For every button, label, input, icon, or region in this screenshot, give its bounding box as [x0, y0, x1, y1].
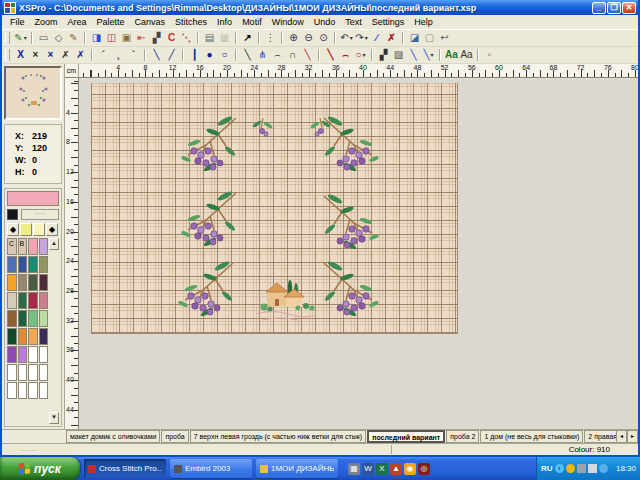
dropdown-arrow-icon[interactable]: ▾: [350, 33, 353, 43]
paste-button[interactable]: ▣: [119, 31, 134, 45]
palette-swatch[interactable]: [18, 382, 28, 399]
palette-swatch[interactable]: [28, 310, 38, 327]
pattern-tab[interactable]: проба 2: [446, 430, 479, 443]
restore-button[interactable]: ❐: [607, 2, 621, 14]
palette-swatch[interactable]: [28, 256, 38, 273]
tray-icon-2[interactable]: [577, 464, 586, 473]
palette-swatch[interactable]: [7, 382, 17, 399]
taskbar-app-icon-2[interactable]: W: [362, 463, 374, 475]
pointer-button[interactable]: ↗: [240, 31, 255, 45]
palette-swatch[interactable]: [7, 364, 17, 381]
save-copy-button[interactable]: ◪: [407, 31, 422, 45]
palette-swatch[interactable]: [39, 382, 49, 399]
minimize-button[interactable]: _: [592, 2, 606, 14]
palette-swatch[interactable]: [39, 256, 49, 273]
curve-stitch-button[interactable]: ⌢: [270, 48, 285, 62]
taskbar-app-icon-5[interactable]: ◉: [404, 463, 416, 475]
palette-swatch[interactable]: [18, 346, 28, 363]
pattern-preview[interactable]: [4, 66, 62, 120]
half-forward-slash-button[interactable]: ╱: [164, 48, 179, 62]
pattern-tab[interactable]: макет домик с оливочками: [66, 430, 160, 443]
taskbar-app-icon-6[interactable]: ◎: [418, 463, 430, 475]
palette-swatch[interactable]: C: [7, 238, 17, 255]
menu-stitches[interactable]: Stitches: [170, 17, 212, 27]
palette-swatch[interactable]: [28, 274, 38, 291]
redo-button[interactable]: ↷▾: [354, 31, 369, 45]
taskbar-task[interactable]: Embird 2003: [170, 459, 252, 478]
palette-swatch[interactable]: [7, 328, 17, 345]
menu-canvas[interactable]: Canvas: [130, 17, 171, 27]
scroll-down-icon[interactable]: ▼: [49, 412, 59, 424]
menu-info[interactable]: Info: [212, 17, 237, 27]
three-quarter-stitch-button[interactable]: ✗: [58, 48, 73, 62]
backstitch-branch-button[interactable]: ⋔: [255, 48, 270, 62]
palette-swatch[interactable]: [18, 274, 28, 291]
language-indicator[interactable]: RU: [541, 464, 553, 473]
palette-swatch[interactable]: [39, 238, 49, 255]
palette-swatch[interactable]: [28, 328, 38, 345]
mirror-button[interactable]: ▞: [149, 31, 164, 45]
palette-swatch[interactable]: [18, 256, 28, 273]
palette-swatch[interactable]: [39, 292, 49, 309]
toolbar-grip[interactable]: [5, 32, 10, 44]
three-quarter-stitch-2-button[interactable]: ✗: [73, 48, 88, 62]
dropdown-arrow-icon[interactable]: ▾: [24, 33, 27, 43]
freehand-select-button[interactable]: ✎: [66, 31, 81, 45]
scale-button[interactable]: ⋱: [179, 31, 194, 45]
menu-palette[interactable]: Palette: [92, 17, 130, 27]
palette-swatch[interactable]: [39, 310, 49, 327]
scroll-up-icon[interactable]: ▲: [49, 238, 59, 250]
zoom-fit-button[interactable]: ⊙: [316, 31, 331, 45]
pattern-tab[interactable]: проба: [161, 430, 188, 443]
knot-color-swatch[interactable]: [20, 223, 32, 236]
current-color-swatch[interactable]: [7, 191, 59, 206]
zoom-out-button[interactable]: ⊖: [301, 31, 316, 45]
pattern-tab[interactable]: 1 дом (не весь для стыковки): [480, 430, 583, 443]
knot-color-swatch[interactable]: [33, 223, 45, 236]
measure-button[interactable]: ⋮: [263, 31, 278, 45]
dropdown-arrow-icon[interactable]: ▾: [431, 50, 434, 60]
copy-motif-button[interactable]: ◨: [89, 31, 104, 45]
stitch-canvas[interactable]: [91, 83, 458, 334]
menu-window[interactable]: Window: [267, 17, 309, 27]
quarter-stitch-bl-button[interactable]: `: [126, 48, 141, 62]
palette-swatch[interactable]: [7, 310, 17, 327]
rect-select-button[interactable]: ▭: [36, 31, 51, 45]
taskbar-app-icon-3[interactable]: X: [376, 463, 388, 475]
new-page-button[interactable]: ▢: [422, 31, 437, 45]
palette-swatch[interactable]: [28, 238, 38, 255]
full-stitch-button[interactable]: X: [13, 48, 28, 62]
thread-style-button[interactable]: ······: [21, 209, 59, 220]
backstitch-thin-button[interactable]: ╲: [300, 48, 315, 62]
zoom-in-button[interactable]: ⊕: [286, 31, 301, 45]
knot-diamond-icon[interactable]: ◆: [7, 223, 19, 236]
curve-red-button[interactable]: ⌢: [338, 48, 353, 62]
draw-tool-button[interactable]: ✎▾: [13, 31, 28, 45]
pen-stitch-button[interactable]: ╲: [406, 48, 421, 62]
pen-stitch-2-button[interactable]: ╲▾: [421, 48, 436, 62]
palette-swatch[interactable]: [28, 292, 38, 309]
palette-swatch[interactable]: [18, 310, 28, 327]
start-button[interactable]: пуск: [0, 457, 80, 480]
palette-swatch[interactable]: [7, 292, 17, 309]
palette-swatch[interactable]: [18, 364, 28, 381]
shift-pattern-button[interactable]: ⇤: [134, 31, 149, 45]
motif-grid-button[interactable]: ▨: [391, 48, 406, 62]
edit-pen-button[interactable]: ∕: [369, 31, 384, 45]
undo-button[interactable]: ↶▾: [339, 31, 354, 45]
selected-thread-swatch[interactable]: [7, 209, 18, 220]
menu-file[interactable]: File: [5, 17, 30, 27]
polygon-select-button[interactable]: ◇: [51, 31, 66, 45]
taskbar-app-icon-1[interactable]: ▦: [348, 463, 360, 475]
copy-button[interactable]: ◫: [104, 31, 119, 45]
quarter-stitch-tl-button[interactable]: ´: [96, 48, 111, 62]
tray-icon-1[interactable]: [566, 464, 575, 473]
curve-stitch-2-button[interactable]: ∩: [285, 48, 300, 62]
pattern-tab[interactable]: 7 верхн левая гроздь (с частью ниж ветки…: [190, 430, 366, 443]
palette-swatch[interactable]: [39, 346, 49, 363]
close-button[interactable]: ✕: [622, 2, 636, 14]
motif-library-button[interactable]: ▞: [376, 48, 391, 62]
palette-swatch[interactable]: [18, 328, 28, 345]
outline-stitch-button[interactable]: ╲: [323, 48, 338, 62]
palette-swatch[interactable]: [28, 364, 38, 381]
